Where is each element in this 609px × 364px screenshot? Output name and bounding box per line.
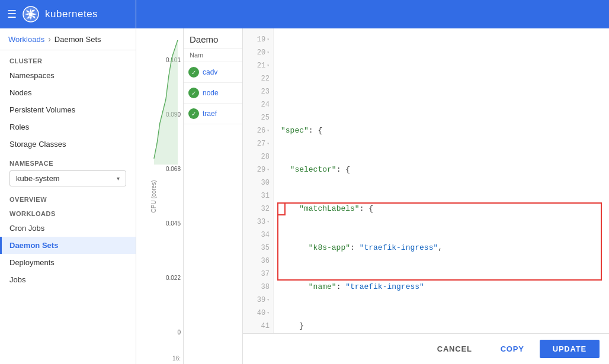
sidebar-item-jobs[interactable]: Jobs bbox=[0, 271, 136, 288]
code-line-24: } bbox=[281, 320, 602, 333]
svg-point-10 bbox=[29, 12, 33, 17]
code-scroll-area[interactable]: 19▾ 20▾ 21▾ 22 23 24 25 26▾ 27▾ 28 29▾ 3… bbox=[243, 28, 609, 333]
workloads-breadcrumb[interactable]: Workloads bbox=[8, 35, 44, 44]
ln-33: 33▾ bbox=[243, 215, 273, 228]
sidebar-item-cron-jobs[interactable]: Cron Jobs bbox=[0, 220, 136, 237]
ln-25: 25 bbox=[243, 111, 273, 124]
ln-35: 35 bbox=[243, 241, 273, 255]
ln-19: 19▾ bbox=[243, 33, 273, 46]
cpu-sparkline bbox=[151, 34, 181, 165]
update-button[interactable]: UPDATE bbox=[540, 340, 600, 358]
ln-26: 26▾ bbox=[243, 124, 273, 137]
ln-30: 30 bbox=[243, 176, 273, 189]
cancel-button[interactable]: CANCEL bbox=[424, 340, 485, 358]
code-lines[interactable]: "spec": { "selector": { "matchLabels": {… bbox=[274, 28, 609, 333]
ln-40: 40▾ bbox=[243, 307, 273, 320]
app-title: kubernetes bbox=[45, 8, 98, 20]
hamburger-icon[interactable]: ☰ bbox=[7, 8, 17, 21]
sidebar: ☰ kubernetes Workloads › Daemon Sets bbox=[0, 0, 136, 364]
breadcrumb-separator: › bbox=[48, 34, 51, 44]
cpu-value-6: 0 bbox=[150, 329, 181, 336]
daemon-sets-title: Daemo bbox=[184, 28, 242, 49]
ln-34: 34 bbox=[243, 228, 273, 241]
workloads-section-label: Workloads bbox=[0, 205, 136, 220]
cpu-chart-panel: CPU (cores) 0.101 0.090 0.068 0.045 0.02… bbox=[136, 28, 184, 364]
code-line-22: "k8s-app": "traefik-ingress", bbox=[281, 241, 602, 255]
namespace-value: kube-system bbox=[16, 174, 60, 183]
copy-button[interactable]: COPY bbox=[488, 340, 537, 358]
sidebar-item-roles[interactable]: Roles bbox=[0, 118, 136, 136]
namespace-dropdown[interactable]: kube-system ▾ bbox=[9, 170, 126, 186]
ln-31: 31 bbox=[243, 189, 273, 202]
ln-38: 38 bbox=[243, 281, 273, 294]
editor-footer: CANCEL COPY UPDATE bbox=[243, 333, 609, 364]
cpu-time-label: 16: bbox=[172, 355, 181, 362]
sidebar-item-namespaces[interactable]: Namespaces bbox=[0, 67, 136, 84]
cpu-value-3: 0.068 bbox=[150, 166, 181, 172]
ln-28: 28 bbox=[243, 150, 273, 163]
code-line-19: "spec": { bbox=[281, 124, 602, 137]
sidebar-item-nodes[interactable]: Nodes bbox=[0, 84, 136, 101]
daemon-sets-col-name: Nam bbox=[184, 49, 242, 62]
ln-39: 39▾ bbox=[243, 294, 273, 307]
code-editor: 19▾ 20▾ 21▾ 22 23 24 25 26▾ 27▾ 28 29▾ 3… bbox=[243, 28, 609, 364]
ln-24: 24 bbox=[243, 98, 273, 111]
sidebar-item-daemon-sets[interactable]: Daemon Sets bbox=[0, 237, 136, 254]
status-icon-cadv: ✓ bbox=[188, 67, 199, 78]
daemon-name-traef: traef bbox=[203, 109, 217, 118]
daemon-name-node: node bbox=[203, 89, 219, 97]
cpu-value-5: 0.022 bbox=[150, 275, 181, 281]
current-page-breadcrumb: Daemon Sets bbox=[55, 35, 101, 44]
ln-20: 20▾ bbox=[243, 46, 273, 59]
sidebar-item-deployments[interactable]: Deployments bbox=[0, 254, 136, 271]
ln-23: 23 bbox=[243, 85, 273, 98]
chevron-down-icon: ▾ bbox=[117, 175, 120, 182]
code-line-23: "name": "traefik-ingress" bbox=[281, 281, 602, 294]
daemon-name-cadv: cadv bbox=[203, 68, 217, 76]
ln-29: 29▾ bbox=[243, 163, 273, 176]
overview-section-label: Overview bbox=[0, 191, 136, 205]
ln-36: 36 bbox=[243, 255, 273, 268]
daemon-row-cadv[interactable]: ✓ cadv bbox=[184, 62, 242, 83]
cluster-section-label: Cluster bbox=[0, 50, 136, 67]
status-icon-traef: ✓ bbox=[188, 108, 199, 119]
line-numbers-col: 19▾ 20▾ 21▾ 22 23 24 25 26▾ 27▾ 28 29▾ 3… bbox=[243, 28, 274, 333]
namespace-section-label: Namespace bbox=[0, 153, 136, 169]
ln-41: 41 bbox=[243, 320, 273, 333]
ln-22: 22 bbox=[243, 72, 273, 85]
ln-21: 21▾ bbox=[243, 59, 273, 72]
ln-27: 27▾ bbox=[243, 137, 273, 150]
kubernetes-logo bbox=[23, 6, 39, 22]
daemon-row-traef[interactable]: ✓ traef bbox=[184, 104, 242, 124]
code-line-20: "selector": { bbox=[281, 163, 602, 176]
ln-42: 42 bbox=[243, 333, 273, 333]
status-icon-node: ✓ bbox=[188, 88, 199, 98]
daemon-sets-list: Daemo Nam ✓ cadv ✓ node ✓ traef bbox=[184, 28, 243, 364]
cpu-value-4: 0.045 bbox=[150, 220, 181, 227]
ln-32: 32 bbox=[243, 202, 273, 215]
ln-37: 37 bbox=[243, 268, 273, 281]
code-line-21: "matchLabels": { bbox=[281, 202, 602, 215]
sidebar-item-persistent-volumes[interactable]: Persistent Volumes bbox=[0, 101, 136, 118]
daemon-row-node[interactable]: ✓ node bbox=[184, 83, 242, 104]
sidebar-item-storage-classes[interactable]: Storage Classes bbox=[0, 136, 136, 153]
